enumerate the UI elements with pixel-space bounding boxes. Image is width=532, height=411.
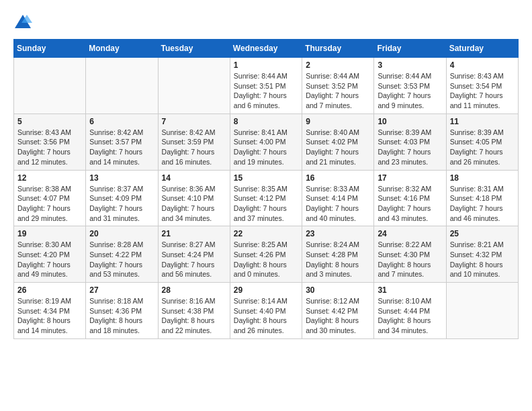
calendar-day-cell: 28Sunrise: 8:16 AM Sunset: 4:38 PM Dayli… bbox=[158, 283, 230, 339]
calendar-day-cell: 1Sunrise: 8:44 AM Sunset: 3:51 PM Daylig… bbox=[230, 58, 302, 114]
logo-icon bbox=[13, 13, 32, 32]
day-number: 10 bbox=[378, 117, 442, 126]
calendar-day-cell: 12Sunrise: 8:38 AM Sunset: 4:07 PM Dayli… bbox=[14, 170, 86, 226]
calendar-day-cell: 26Sunrise: 8:19 AM Sunset: 4:34 PM Dayli… bbox=[14, 283, 86, 339]
calendar-day-cell: 23Sunrise: 8:24 AM Sunset: 4:28 PM Dayli… bbox=[302, 226, 374, 283]
day-info: Sunrise: 8:14 AM Sunset: 4:40 PM Dayligh… bbox=[234, 296, 298, 336]
day-number: 8 bbox=[234, 117, 298, 126]
calendar-day-cell bbox=[14, 58, 86, 114]
day-info: Sunrise: 8:37 AM Sunset: 4:09 PM Dayligh… bbox=[89, 184, 154, 224]
calendar-day-cell: 5Sunrise: 8:43 AM Sunset: 3:56 PM Daylig… bbox=[14, 113, 86, 170]
day-number: 27 bbox=[89, 285, 154, 295]
calendar-day-cell: 14Sunrise: 8:36 AM Sunset: 4:10 PM Dayli… bbox=[158, 170, 230, 226]
day-number: 21 bbox=[162, 229, 226, 238]
calendar-day-cell: 4Sunrise: 8:43 AM Sunset: 3:54 PM Daylig… bbox=[446, 58, 518, 114]
day-number: 16 bbox=[306, 173, 370, 183]
calendar-day-cell: 11Sunrise: 8:39 AM Sunset: 4:05 PM Dayli… bbox=[446, 113, 518, 170]
weekday-header-cell: Monday bbox=[86, 40, 158, 58]
day-info: Sunrise: 8:31 AM Sunset: 4:18 PM Dayligh… bbox=[450, 184, 515, 224]
day-number: 31 bbox=[378, 285, 442, 295]
day-info: Sunrise: 8:18 AM Sunset: 4:36 PM Dayligh… bbox=[89, 296, 154, 336]
day-info: Sunrise: 8:32 AM Sunset: 4:16 PM Dayligh… bbox=[378, 184, 442, 224]
day-info: Sunrise: 8:42 AM Sunset: 3:59 PM Dayligh… bbox=[162, 128, 226, 167]
logo bbox=[13, 13, 35, 32]
calendar-day-cell: 17Sunrise: 8:32 AM Sunset: 4:16 PM Dayli… bbox=[374, 170, 446, 226]
calendar-day-cell: 30Sunrise: 8:12 AM Sunset: 4:42 PM Dayli… bbox=[302, 283, 374, 339]
calendar-body: 1Sunrise: 8:44 AM Sunset: 3:51 PM Daylig… bbox=[14, 58, 519, 339]
day-number: 5 bbox=[17, 117, 82, 126]
day-number: 1 bbox=[234, 60, 298, 70]
day-info: Sunrise: 8:33 AM Sunset: 4:14 PM Dayligh… bbox=[306, 184, 370, 224]
day-number: 25 bbox=[450, 229, 515, 238]
day-info: Sunrise: 8:28 AM Sunset: 4:22 PM Dayligh… bbox=[89, 240, 154, 279]
calendar-day-cell bbox=[86, 58, 158, 114]
calendar-week-row: 5Sunrise: 8:43 AM Sunset: 3:56 PM Daylig… bbox=[14, 113, 519, 170]
calendar-day-cell bbox=[446, 283, 518, 339]
day-number: 4 bbox=[450, 60, 515, 70]
calendar-day-cell: 10Sunrise: 8:39 AM Sunset: 4:03 PM Dayli… bbox=[374, 113, 446, 170]
calendar-day-cell: 24Sunrise: 8:22 AM Sunset: 4:30 PM Dayli… bbox=[374, 226, 446, 283]
calendar-week-row: 12Sunrise: 8:38 AM Sunset: 4:07 PM Dayli… bbox=[14, 170, 519, 226]
calendar-day-cell bbox=[158, 58, 230, 114]
weekday-header-cell: Tuesday bbox=[158, 40, 230, 58]
day-info: Sunrise: 8:36 AM Sunset: 4:10 PM Dayligh… bbox=[162, 184, 226, 224]
weekday-header-cell: Saturday bbox=[446, 40, 518, 58]
calendar-day-cell: 8Sunrise: 8:41 AM Sunset: 4:00 PM Daylig… bbox=[230, 113, 302, 170]
calendar-day-cell: 22Sunrise: 8:25 AM Sunset: 4:26 PM Dayli… bbox=[230, 226, 302, 283]
day-info: Sunrise: 8:25 AM Sunset: 4:26 PM Dayligh… bbox=[234, 240, 298, 279]
day-info: Sunrise: 8:44 AM Sunset: 3:51 PM Dayligh… bbox=[234, 71, 298, 111]
day-number: 19 bbox=[17, 229, 82, 238]
day-info: Sunrise: 8:44 AM Sunset: 3:52 PM Dayligh… bbox=[306, 71, 370, 111]
day-number: 13 bbox=[89, 173, 154, 183]
calendar-table: SundayMondayTuesdayWednesdayThursdayFrid… bbox=[13, 39, 519, 339]
day-info: Sunrise: 8:42 AM Sunset: 3:57 PM Dayligh… bbox=[89, 128, 154, 167]
calendar-day-cell: 21Sunrise: 8:27 AM Sunset: 4:24 PM Dayli… bbox=[158, 226, 230, 283]
day-number: 17 bbox=[378, 173, 442, 183]
calendar-day-cell: 7Sunrise: 8:42 AM Sunset: 3:59 PM Daylig… bbox=[158, 113, 230, 170]
day-number: 11 bbox=[450, 117, 515, 126]
day-info: Sunrise: 8:21 AM Sunset: 4:32 PM Dayligh… bbox=[450, 240, 515, 279]
day-info: Sunrise: 8:12 AM Sunset: 4:42 PM Dayligh… bbox=[306, 296, 370, 336]
calendar-day-cell: 9Sunrise: 8:40 AM Sunset: 4:02 PM Daylig… bbox=[302, 113, 374, 170]
day-info: Sunrise: 8:16 AM Sunset: 4:38 PM Dayligh… bbox=[162, 296, 226, 336]
calendar-day-cell: 18Sunrise: 8:31 AM Sunset: 4:18 PM Dayli… bbox=[446, 170, 518, 226]
calendar-day-cell: 25Sunrise: 8:21 AM Sunset: 4:32 PM Dayli… bbox=[446, 226, 518, 283]
calendar-week-row: 19Sunrise: 8:30 AM Sunset: 4:20 PM Dayli… bbox=[14, 226, 519, 283]
calendar-day-cell: 20Sunrise: 8:28 AM Sunset: 4:22 PM Dayli… bbox=[86, 226, 158, 283]
calendar-day-cell: 13Sunrise: 8:37 AM Sunset: 4:09 PM Dayli… bbox=[86, 170, 158, 226]
day-number: 18 bbox=[450, 173, 515, 183]
day-number: 14 bbox=[162, 173, 226, 183]
calendar-day-cell: 27Sunrise: 8:18 AM Sunset: 4:36 PM Dayli… bbox=[86, 283, 158, 339]
day-number: 7 bbox=[162, 117, 226, 126]
calendar-day-cell: 3Sunrise: 8:44 AM Sunset: 3:53 PM Daylig… bbox=[374, 58, 446, 114]
calendar-day-cell: 29Sunrise: 8:14 AM Sunset: 4:40 PM Dayli… bbox=[230, 283, 302, 339]
day-number: 12 bbox=[17, 173, 82, 183]
day-info: Sunrise: 8:44 AM Sunset: 3:53 PM Dayligh… bbox=[378, 71, 442, 111]
day-info: Sunrise: 8:39 AM Sunset: 4:03 PM Dayligh… bbox=[378, 128, 442, 167]
day-info: Sunrise: 8:43 AM Sunset: 3:56 PM Dayligh… bbox=[17, 128, 82, 167]
day-number: 24 bbox=[378, 229, 442, 238]
day-info: Sunrise: 8:10 AM Sunset: 4:44 PM Dayligh… bbox=[378, 296, 442, 336]
calendar-week-row: 26Sunrise: 8:19 AM Sunset: 4:34 PM Dayli… bbox=[14, 283, 519, 339]
day-number: 23 bbox=[306, 229, 370, 238]
day-number: 22 bbox=[234, 229, 298, 238]
day-info: Sunrise: 8:22 AM Sunset: 4:30 PM Dayligh… bbox=[378, 240, 442, 279]
day-number: 6 bbox=[89, 117, 154, 126]
calendar-day-cell: 6Sunrise: 8:42 AM Sunset: 3:57 PM Daylig… bbox=[86, 113, 158, 170]
calendar-day-cell: 16Sunrise: 8:33 AM Sunset: 4:14 PM Dayli… bbox=[302, 170, 374, 226]
day-number: 3 bbox=[378, 60, 442, 70]
day-number: 20 bbox=[89, 229, 154, 238]
day-info: Sunrise: 8:19 AM Sunset: 4:34 PM Dayligh… bbox=[17, 296, 82, 336]
day-info: Sunrise: 8:43 AM Sunset: 3:54 PM Dayligh… bbox=[450, 71, 515, 111]
day-info: Sunrise: 8:27 AM Sunset: 4:24 PM Dayligh… bbox=[162, 240, 226, 279]
day-number: 15 bbox=[234, 173, 298, 183]
day-number: 26 bbox=[17, 285, 82, 295]
day-info: Sunrise: 8:41 AM Sunset: 4:00 PM Dayligh… bbox=[234, 128, 298, 167]
weekday-header-cell: Thursday bbox=[302, 40, 374, 58]
day-number: 29 bbox=[234, 285, 298, 295]
day-number: 9 bbox=[306, 117, 370, 126]
calendar-day-cell: 19Sunrise: 8:30 AM Sunset: 4:20 PM Dayli… bbox=[14, 226, 86, 283]
calendar-week-row: 1Sunrise: 8:44 AM Sunset: 3:51 PM Daylig… bbox=[14, 58, 519, 114]
page-header bbox=[13, 13, 519, 32]
day-number: 2 bbox=[306, 60, 370, 70]
